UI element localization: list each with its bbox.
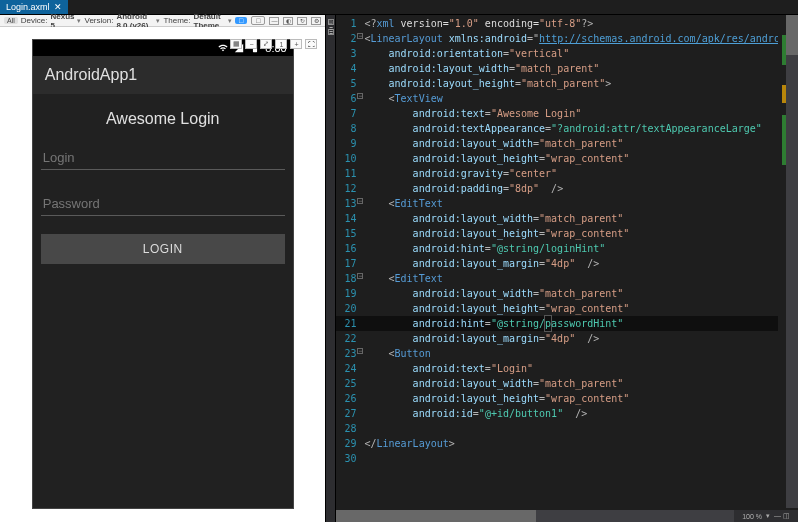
code-line[interactable]: 15 android:layout_height="wrap_content" (336, 226, 798, 241)
code-pane: ▤ ≣ 1<?xml version="1.0" encoding="utf-8… (326, 15, 798, 522)
fold-icon[interactable]: − (357, 273, 363, 279)
theme-toggle-icon[interactable]: ◐ (283, 17, 293, 25)
login-field[interactable] (41, 142, 285, 170)
fullscreen-icon[interactable]: ⛶ (305, 39, 317, 49)
code-line[interactable]: 18− <EditText (336, 271, 798, 286)
chevron-down-icon[interactable]: ▾ (156, 17, 160, 25)
heading-text: Awesome Login (39, 102, 287, 136)
designer-canvas[interactable]: ▦ − ⤢ 1 + ⛶ 8:00 AndroidApp1 Awesome (0, 27, 325, 522)
code-line[interactable]: 20 android:layout_height="wrap_content" (336, 301, 798, 316)
toolbar-all-tag[interactable]: All (4, 17, 18, 24)
app-bar: AndroidApp1 (33, 56, 293, 94)
code-line[interactable]: 27 android:id="@+id/button1" /> (336, 406, 798, 421)
code-line[interactable]: 19 android:layout_width="match_parent" (336, 286, 798, 301)
fold-icon[interactable]: − (357, 198, 363, 204)
app-title: AndroidApp1 (45, 66, 138, 84)
code-line[interactable]: 16 android:hint="@string/loginHint" (336, 241, 798, 256)
password-field[interactable] (41, 188, 285, 216)
tab-label: Login.axml (6, 2, 50, 12)
code-line[interactable]: 9 android:layout_width="match_parent" (336, 136, 798, 151)
code-line[interactable]: 25 android:layout_width="match_parent" (336, 376, 798, 391)
phone-preview: 8:00 AndroidApp1 Awesome Login LOGIN (32, 39, 294, 509)
vertical-scrollbar[interactable] (786, 15, 798, 508)
code-line[interactable]: 6− <TextView (336, 91, 798, 106)
code-line[interactable]: 10 android:layout_height="wrap_content" (336, 151, 798, 166)
wifi-icon (217, 43, 229, 53)
chevron-down-icon[interactable]: ▾ (766, 512, 770, 520)
mode-source-pill[interactable]: □ (251, 16, 265, 25)
horizontal-scrollbar[interactable] (336, 510, 786, 522)
zoom-out-icon[interactable]: − (245, 39, 257, 49)
code-line[interactable]: 5 android:layout_height="match_parent"> (336, 76, 798, 91)
code-line[interactable]: 21 android:hint="@string/passwordHint" (336, 316, 798, 331)
code-line[interactable]: 12 android:padding="8dp" /> (336, 181, 798, 196)
device-label: Device: (21, 16, 48, 25)
code-line[interactable]: 2−<LinearLayout xmlns:android="http://sc… (336, 31, 798, 46)
close-icon[interactable]: ✕ (54, 2, 62, 12)
change-marker-bar (778, 15, 786, 508)
chevron-down-icon[interactable]: ▾ (77, 17, 81, 25)
orientation-icon[interactable]: — (269, 17, 279, 25)
code-line[interactable]: 30 (336, 451, 798, 466)
code-line[interactable]: 28 (336, 421, 798, 436)
editor-margin-toolbar: ▤ ≣ (326, 15, 336, 522)
code-line[interactable]: 22 android:layout_margin="4dp" /> (336, 331, 798, 346)
status-spacer: — ◫ (774, 512, 790, 520)
xml-editor[interactable]: 1<?xml version="1.0" encoding="utf-8"?>2… (336, 15, 798, 522)
code-line[interactable]: 7 android:text="Awesome Login" (336, 106, 798, 121)
code-line[interactable]: 8 android:textAppearance="?android:attr/… (336, 121, 798, 136)
code-line[interactable]: 24 android:text="Login" (336, 361, 798, 376)
code-line[interactable]: 23− <Button (336, 346, 798, 361)
zoom-level[interactable]: 100 % (742, 513, 762, 520)
zoom-actual-icon[interactable]: 1 (275, 39, 287, 49)
designer-toolbar: All Device: Nexus 5 ▾ Version: Android 8… (0, 15, 325, 27)
code-line[interactable]: 14 android:layout_width="match_parent" (336, 211, 798, 226)
toolbox-icon[interactable]: ▤ (328, 19, 334, 25)
fold-icon[interactable]: − (357, 33, 363, 39)
refresh-icon[interactable]: ↻ (297, 17, 307, 25)
login-button[interactable]: LOGIN (41, 234, 285, 264)
zoom-in-icon[interactable]: + (290, 39, 302, 49)
editor-status-line: 100 % ▾ — ◫ (734, 510, 798, 522)
code-line[interactable]: 17 android:layout_margin="4dp" /> (336, 256, 798, 271)
document-outline-icon[interactable]: ≣ (328, 29, 334, 35)
code-line[interactable]: 13− <EditText (336, 196, 798, 211)
code-line[interactable]: 26 android:layout_height="wrap_content" (336, 391, 798, 406)
chevron-down-icon[interactable]: ▾ (228, 17, 232, 25)
fold-icon[interactable]: − (357, 93, 363, 99)
code-line[interactable]: 4 android:layout_width="match_parent" (336, 61, 798, 76)
code-line[interactable]: 3 android:orientation="vertical" (336, 46, 798, 61)
mode-design-pill[interactable]: □ (235, 17, 247, 24)
theme-label: Theme: (163, 16, 190, 25)
main-split: All Device: Nexus 5 ▾ Version: Android 8… (0, 15, 798, 522)
code-line[interactable]: 29</LinearLayout> (336, 436, 798, 451)
canvas-zoom-toolbar: ▦ − ⤢ 1 + ⛶ (230, 39, 317, 49)
fold-icon[interactable]: − (357, 348, 363, 354)
code-line[interactable]: 1<?xml version="1.0" encoding="utf-8"?> (336, 16, 798, 31)
settings-icon[interactable]: ⚙ (311, 17, 321, 25)
version-label: Version: (84, 16, 113, 25)
phone-body: Awesome Login LOGIN (33, 94, 293, 508)
designer-pane: All Device: Nexus 5 ▾ Version: Android 8… (0, 15, 326, 522)
code-line[interactable]: 11 android:gravity="center" (336, 166, 798, 181)
layout-bounds-icon[interactable]: ▦ (230, 39, 242, 49)
zoom-fit-icon[interactable]: ⤢ (260, 39, 272, 49)
